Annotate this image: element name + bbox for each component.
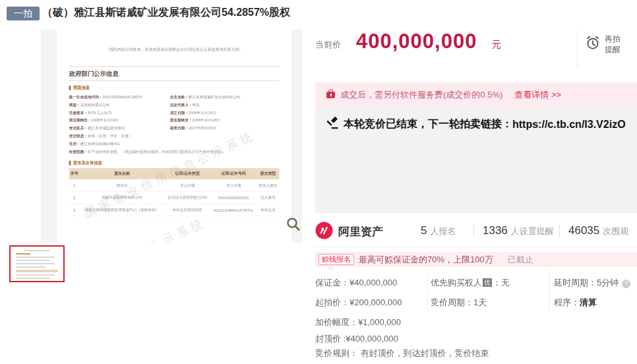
service-fee-text: 成交后，需另付软件服务费(成交价的0.5%) xyxy=(340,89,502,101)
table-row: 3 成都川商兴能股权投资基金中心（有限合伙） 合伙企业营业执照 91510104… xyxy=(69,204,280,216)
stats-row: 阿里资产 5人报名 1336人设置提醒 46035次围观 xyxy=(315,222,637,243)
priority-badge: 优 xyxy=(483,278,492,287)
next-auction-url[interactable]: https://c.tb.cn/l3.V2izO xyxy=(512,119,626,131)
doc-subsection-1: 照面信息 xyxy=(69,85,280,91)
currency-unit: 元 xyxy=(492,39,501,51)
service-fee-notice: 成交后，需另付软件服务费(成交价的0.5%) 查看详情 >> xyxy=(315,82,637,107)
credit-signup-text: 最高可赊保证金的70%，上限100万 xyxy=(359,254,493,266)
help-icon[interactable]: ? xyxy=(622,280,630,288)
divider xyxy=(559,225,560,237)
gavel-icon xyxy=(325,116,339,133)
fee-briefcase-icon xyxy=(326,92,335,98)
ali-assets-logo-icon xyxy=(315,222,333,242)
divider xyxy=(315,247,637,247)
divider xyxy=(473,225,474,237)
cap-price-field: 封顶价 :¥400,000,000 xyxy=(315,333,398,345)
doc-fields: 统一社会信用代码：91513325MA62G28979 企业名称：雅江县斯诺威矿… xyxy=(69,93,280,156)
document-preview[interactable]: （报告内容仅供参考，具体内容请以国家企业信用信息公示系统查询页面为准） 政府部门… xyxy=(41,30,302,243)
doc-disclaimer: （报告内容仅供参考，具体内容请以国家企业信用信息公示系统查询页面为准） xyxy=(69,47,280,52)
divider xyxy=(549,269,549,310)
stat-views: 46035次围观 xyxy=(568,224,628,237)
increment-field: 加价幅度：¥1,000,000 xyxy=(315,317,401,328)
shareholder-table: 序号 股东名称 证照/证件类型 证照/证件号码 股东类型 1 周大为 非公示项 xyxy=(69,168,280,216)
magnifier-icon[interactable] xyxy=(286,216,301,232)
divider xyxy=(577,31,578,68)
document-page: （报告内容仅供参考，具体内容请以国家企业信用信息公示系统查询页面为准） 政府部门… xyxy=(57,30,291,243)
current-price-value: 400,000,000 xyxy=(356,30,477,53)
credit-signup-status: 已截止 xyxy=(508,254,533,266)
announcement-panel: 本轮竞价已结束，下一轮拍卖链接：https://c.tb.cn/l3.V2izO xyxy=(315,107,637,213)
divider xyxy=(427,269,428,310)
start-price-field: 起拍价：¥200,000,000 xyxy=(315,297,402,309)
current-price-section: 当前价 400,000,000 元 再拍 提醒 xyxy=(315,30,637,79)
divider xyxy=(69,67,280,67)
announcement-text: 本轮竞价已结束，下一轮拍卖链接： xyxy=(344,117,512,131)
stat-applicants: 5人报名 xyxy=(421,224,456,237)
table-row: 2 成都兴能新材料有限公司 企业法人营业执照(公司) 5101090000251… xyxy=(69,191,280,204)
deposit-field: 保证金：¥40,000,000 xyxy=(315,277,397,289)
divider xyxy=(69,80,280,81)
remind-label-line1: 再拍 xyxy=(605,34,621,44)
section-marker xyxy=(69,86,71,90)
delay-period-field: 延时周期：5分钟? xyxy=(554,277,630,289)
procedure-field: 程序：清算 xyxy=(554,297,597,309)
view-details-link[interactable]: 查看详情 >> xyxy=(514,89,561,101)
document-thumbnail-selected[interactable] xyxy=(9,245,65,282)
remind-label-line2: 提醒 xyxy=(605,45,621,54)
brand: 阿里资产 xyxy=(315,222,383,242)
phase-badge: 一拍 xyxy=(7,7,40,20)
doc-section-title: 政府部门公示信息 xyxy=(69,70,280,78)
watermark: 国家企业信用信息公示系统 xyxy=(57,214,209,243)
section-marker xyxy=(69,160,71,165)
bid-cycle-field: 竞价周期：1天 xyxy=(431,297,487,309)
current-price-label: 当前价 xyxy=(315,39,341,51)
alarm-clock-icon xyxy=(584,34,601,54)
credit-signup-bar: 赊钱报名 最高可赊保证金的70%，上限100万 已截止 xyxy=(315,252,637,267)
page-title: （破）雅江县斯诺威矿业发展有限公司54.2857%股权 xyxy=(42,6,290,20)
bidding-rule-field: 竞价规则： 有封顶价，到达封顶价，竞价结束 xyxy=(315,348,489,359)
brand-name: 阿里资产 xyxy=(338,224,383,239)
priority-buyer-field: 优先购买权人优：无 xyxy=(431,277,510,289)
rebid-reminder-button[interactable]: 再拍 提醒 xyxy=(584,34,621,55)
credit-signup-badge: 赊钱报名 xyxy=(318,254,354,265)
auction-details: 保证金：¥40,000,000 起拍价：¥200,000,000 加价幅度：¥1… xyxy=(315,269,637,359)
table-row: 1 周大为 非公示项 非公示项 自然人股东 xyxy=(69,179,280,191)
doc-subsection-2: 股东及出资信息 xyxy=(69,160,280,166)
auction-detail-page: 一拍 （破）雅江县斯诺威矿业发展有限公司54.2857%股权 （报告内容仅供参考… xyxy=(0,0,637,364)
stat-reminders: 1336人设置提醒 xyxy=(483,224,554,237)
